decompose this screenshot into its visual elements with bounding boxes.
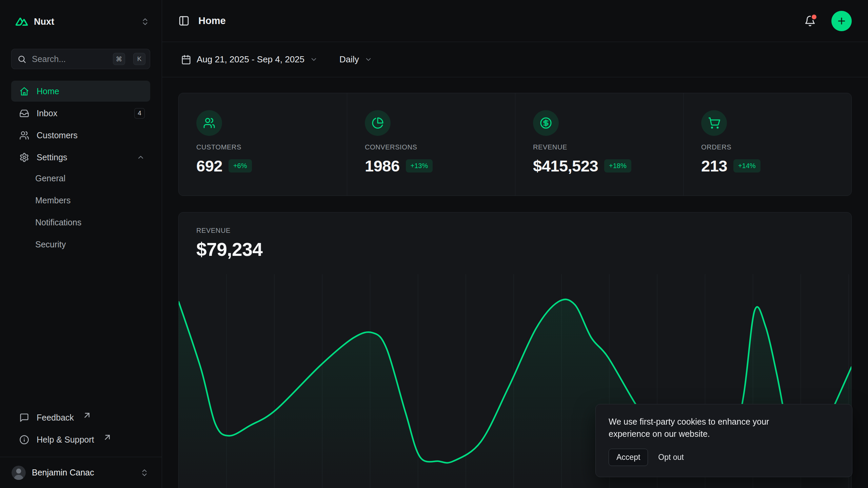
sidebar-item-label: Settings: [37, 152, 129, 162]
sidebar-footer: Feedback Help & Support: [11, 407, 150, 450]
sidebar-nav: Home Inbox 4 Customers Settings: [11, 81, 150, 168]
filters-toolbar: Aug 21, 2025 - Sep 4, 2025 Daily: [162, 42, 868, 77]
panel-left-icon[interactable]: [178, 15, 190, 26]
avatar: [12, 466, 26, 480]
add-button[interactable]: [831, 11, 852, 31]
page-header: Home: [162, 0, 868, 42]
sidebar: Nuxt Search... ⌘ K Home Inbox 4: [0, 0, 162, 488]
stat-value: 1986: [365, 157, 400, 175]
stat-icon-wrap: [365, 110, 391, 136]
stat-label: CONVERSIONS: [365, 143, 497, 151]
stat-label: ORDERS: [701, 143, 834, 151]
sidebar-item-inbox[interactable]: Inbox 4: [11, 103, 150, 124]
cookie-accept-button[interactable]: Accept: [609, 449, 648, 466]
granularity-select[interactable]: Daily: [339, 54, 372, 65]
page-title: Home: [198, 15, 226, 26]
help-support-link[interactable]: Help & Support: [11, 429, 150, 450]
search-input[interactable]: Search... ⌘ K: [11, 49, 150, 69]
sidebar-item-security[interactable]: Security: [11, 234, 150, 255]
inbox-count-badge: 4: [134, 108, 145, 119]
nuxt-logo-icon: [15, 15, 28, 28]
search-placeholder: Search...: [32, 54, 107, 64]
house-icon: [19, 86, 29, 96]
stat-value: 213: [701, 157, 727, 175]
chevrons-up-down-icon: [140, 468, 149, 477]
plus-icon: [836, 16, 847, 26]
calendar-icon: [181, 55, 191, 65]
cookie-optout-button[interactable]: Opt out: [658, 449, 684, 466]
sidebar-item-label: Home: [37, 86, 145, 96]
help-support-label: Help & Support: [37, 435, 94, 445]
stat-icon-wrap: [196, 110, 222, 136]
users-icon: [203, 117, 215, 129]
sidebar-item-label: Customers: [37, 130, 145, 140]
chevron-down-icon: [310, 56, 318, 63]
chevrons-up-down-icon: [141, 17, 150, 26]
user-name: Benjamin Canac: [32, 468, 134, 477]
external-link-icon: [82, 410, 92, 420]
notification-dot: [812, 15, 816, 19]
cookie-banner: We use first-party cookies to enhance yo…: [595, 404, 852, 477]
workspace-name: Nuxt: [34, 17, 54, 27]
search-icon: [17, 55, 26, 64]
stat-icon-wrap: [533, 110, 559, 136]
settings-subnav: General Members Notifications Security: [11, 168, 150, 255]
chevron-up-icon: [137, 153, 145, 161]
sidebar-item-label: Inbox: [37, 108, 127, 118]
cookie-message: We use first-party cookies to enhance yo…: [609, 416, 793, 440]
kbd-key: K: [133, 53, 145, 65]
stat-label: CUSTOMERS: [196, 143, 329, 151]
sidebar-item-customers[interactable]: Customers: [11, 125, 150, 146]
cart-icon: [708, 117, 720, 129]
date-range-picker[interactable]: Aug 21, 2025 - Sep 4, 2025: [181, 54, 318, 65]
sidebar-item-settings[interactable]: Settings: [11, 147, 150, 168]
stats-row: CUSTOMERS 692 +6% CONVERSIONS 1986 +13%: [178, 93, 852, 196]
granularity-label: Daily: [339, 54, 359, 65]
sidebar-item-members[interactable]: Members: [11, 190, 150, 211]
notifications-button[interactable]: [804, 15, 816, 27]
stat-card-revenue[interactable]: REVENUE $415,523 +18%: [515, 93, 683, 196]
sidebar-item-notifications[interactable]: Notifications: [11, 212, 150, 233]
user-menu[interactable]: Benjamin Canac: [0, 457, 162, 488]
stat-label: REVENUE: [533, 143, 666, 151]
inbox-icon: [19, 108, 29, 118]
date-range-label: Aug 21, 2025 - Sep 4, 2025: [197, 54, 304, 65]
cookie-actions: Accept Opt out: [609, 449, 839, 466]
pie-chart-icon: [372, 117, 384, 129]
stat-value: 692: [196, 157, 222, 175]
sidebar-item-home[interactable]: Home: [11, 81, 150, 102]
chevron-down-icon: [364, 56, 372, 63]
workspace-switcher[interactable]: Nuxt: [15, 14, 150, 30]
info-circle-icon: [19, 435, 29, 445]
stat-delta-badge: +18%: [604, 159, 631, 172]
header-actions: [804, 11, 852, 31]
feedback-link[interactable]: Feedback: [11, 407, 150, 428]
stat-icon-wrap: [701, 110, 727, 136]
stat-delta-badge: +14%: [733, 159, 761, 172]
revenue-chart-label: REVENUE: [196, 227, 834, 235]
dollar-circle-icon: [540, 117, 552, 129]
stat-delta-badge: +13%: [406, 159, 433, 172]
stat-card-conversions[interactable]: CONVERSIONS 1986 +13%: [347, 93, 515, 196]
external-link-icon: [102, 432, 112, 442]
message-bubble-icon: [19, 413, 29, 423]
stat-card-customers[interactable]: CUSTOMERS 692 +6%: [179, 93, 347, 196]
sidebar-item-general[interactable]: General: [11, 168, 150, 189]
kbd-meta: ⌘: [113, 53, 125, 65]
stat-value: $415,523: [533, 157, 598, 175]
gear-icon: [19, 152, 29, 162]
users-icon: [19, 130, 29, 140]
stat-card-orders[interactable]: ORDERS 213 +14%: [683, 93, 851, 196]
stat-delta-badge: +6%: [229, 159, 252, 172]
revenue-chart-value: $79,234: [196, 239, 834, 260]
feedback-label: Feedback: [37, 413, 74, 423]
